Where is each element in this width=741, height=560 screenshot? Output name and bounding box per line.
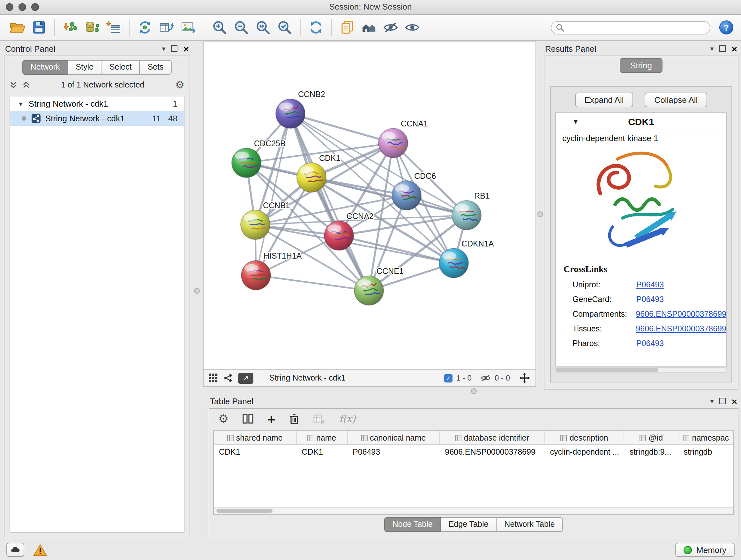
collapse-section-icon[interactable]: ▼ [572,118,579,125]
cell-namespace[interactable]: stringdb [678,445,733,458]
tab-style[interactable]: Style [68,60,102,75]
tab-network[interactable]: Network [22,60,68,75]
splitter-handle[interactable] [471,388,477,394]
table-mode-gear-icon[interactable]: ⚙ [218,413,228,425]
table-horizontal-scrollbar[interactable] [214,507,733,514]
column-header[interactable]: shared name [214,431,296,444]
panel-menu-icon[interactable]: ▾ [162,45,165,52]
tab-select[interactable]: Select [102,60,140,75]
expand-all-button[interactable]: Expand All [575,92,633,107]
open-session-button[interactable] [6,17,28,38]
network-options-gear-icon[interactable]: ⚙ [175,80,185,90]
new-network-button[interactable] [134,17,156,38]
column-header[interactable]: description [545,431,624,444]
tab-edge-table[interactable]: Edge Table [441,517,497,532]
panel-menu-icon[interactable]: ▾ [710,45,714,52]
crosslink-tissues[interactable]: 9606.ENSP00000378699 [636,324,726,333]
panel-close-icon[interactable]: × [731,44,737,53]
splitter-handle[interactable] [194,288,200,294]
import-table-button[interactable] [103,17,125,38]
show-graphics-details-button[interactable] [401,17,423,38]
cloud-button[interactable] [6,543,24,557]
collapse-all-button[interactable]: Collapse All [645,92,708,107]
zoom-out-button[interactable] [230,17,252,38]
graph-node-CCNA2[interactable] [324,221,354,250]
pan-move-icon[interactable] [519,372,530,384]
warning-icon[interactable] [33,544,47,556]
import-network-database-button[interactable] [81,17,103,38]
hidden-eye-slash-icon [481,374,491,382]
zoom-fit-icon [255,20,271,35]
network-row-selected[interactable]: String Network - cdk1 11 48 [10,111,184,126]
tab-string[interactable]: String [619,58,663,73]
gene-card: ▼ CDK1 cyclin-dependent kinase 1 [555,112,727,367]
horizontal-scrollbar[interactable] [555,367,727,373]
tab-network-table[interactable]: Network Table [496,517,563,532]
graph-node-CCNA1[interactable] [379,128,408,158]
crosslink-uniprot[interactable]: P06493 [636,280,664,289]
share-network-icon[interactable] [223,374,232,382]
graph-node-CCNE1[interactable] [354,276,384,305]
memory-button[interactable]: Memory [675,543,735,557]
recent-documents-button[interactable] [336,17,358,38]
column-header[interactable]: @id [624,431,679,444]
crosslink-compartments[interactable]: 9606.ENSP00000378699 [636,309,726,318]
column-header[interactable]: database identifier [440,431,545,444]
create-column-plus-icon[interactable]: + [267,412,275,426]
search-input[interactable] [551,21,711,34]
panel-menu-icon[interactable]: ▾ [710,397,714,405]
zoom-selected-button[interactable] [274,17,295,38]
selected-checkbox-icon[interactable]: ✓ [444,374,453,382]
scrollbar-thumb[interactable] [556,368,658,372]
graph-node-label: CCNB1 [263,201,290,210]
home-button[interactable] [358,17,380,38]
grid-view-icon[interactable] [209,374,218,382]
cell-name[interactable]: CDK1 [296,445,347,458]
zoom-in-button[interactable] [209,17,230,38]
collapse-all-icon[interactable] [10,81,17,89]
export-image-button[interactable] [178,17,199,38]
column-header[interactable]: name [296,431,347,444]
splitter-handle[interactable] [537,211,543,217]
panel-close-icon[interactable]: × [731,396,737,406]
graph-node-CDKN1A[interactable] [439,248,468,278]
open-in-new-window-button[interactable]: ↗ [238,373,253,383]
panel-close-icon[interactable]: × [183,44,189,53]
column-type-icon [361,435,367,441]
panel-float-icon[interactable] [171,45,178,52]
graph-edge-CCNB2-CCNE1[interactable] [290,114,369,291]
panel-float-icon[interactable] [719,45,726,52]
import-network-file-button[interactable] [59,17,81,38]
crosslink-genecard[interactable]: P06493 [636,295,664,304]
hide-graphics-details-button[interactable] [380,17,401,38]
table-row[interactable]: CDK1 CDK1 P06493 9606.ENSP00000378699 cy… [214,445,733,458]
column-header[interactable]: canonical name [347,431,440,444]
save-session-button[interactable] [28,17,50,38]
cell-description[interactable]: cyclin-dependent ... [545,445,624,458]
copy-documents-icon [340,20,355,35]
graph-node-CCNB2[interactable] [276,99,305,128]
network-canvas[interactable]: CCNB2CCNA1CDC25BCDK1CDC6RB1CCNB1CCNA2CDK… [204,42,536,369]
panel-float-icon[interactable] [719,398,726,404]
column-header[interactable]: namespac [678,431,733,444]
crosslink-pharos[interactable]: P06493 [636,339,664,348]
expand-all-icon[interactable] [22,81,30,89]
graph-node-label: CDC6 [414,172,436,180]
network-collection-row[interactable]: ▼ String Network - cdk1 1 [10,97,184,111]
tab-node-table[interactable]: Node Table [384,517,441,532]
tree-expand-icon[interactable]: ▼ [18,101,23,107]
cell-shared-name[interactable]: CDK1 [214,445,296,458]
scrollbar-thumb[interactable] [216,509,273,513]
graph-edge-HIST1H1A-CCNE1[interactable] [256,275,369,291]
refresh-view-button[interactable] [305,17,327,38]
delete-column-trash-icon[interactable] [289,413,300,425]
show-columns-icon[interactable] [243,414,253,424]
cell-canonical-name[interactable]: P06493 [347,445,440,458]
cell-id[interactable]: stringdb:9... [624,445,679,458]
tab-sets[interactable]: Sets [140,60,172,75]
zoom-fit-button[interactable] [252,17,274,38]
cell-database-identifier[interactable]: 9606.ENSP00000378699 [440,445,545,458]
help-button[interactable]: ? [719,20,733,35]
gene-card-header[interactable]: ▼ CDK1 [556,113,726,130]
network-from-table-button[interactable] [156,17,178,38]
